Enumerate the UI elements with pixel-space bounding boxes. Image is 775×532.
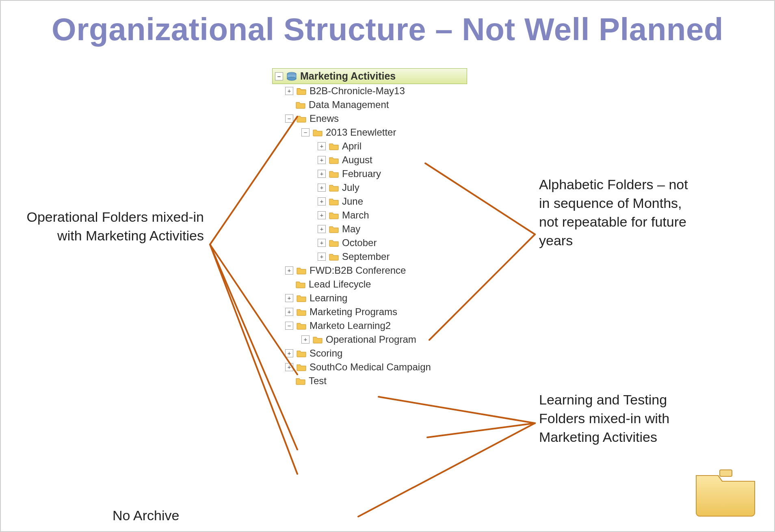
expand-icon[interactable]: +	[301, 335, 310, 344]
folder-icon	[296, 280, 305, 288]
expand-icon[interactable]: +	[318, 225, 326, 233]
annotation-alphabetic-folders: Alphabetic Folders – not in sequence of …	[539, 175, 701, 250]
tree-item-fwdb2b[interactable]: +FWD:B2B Conference	[272, 264, 467, 277]
expand-icon[interactable]: +	[318, 170, 326, 178]
tree-item-enews[interactable]: −Enews	[272, 112, 467, 125]
annotation-learning-testing: Learning and Testing Folders mixed-in wi…	[539, 391, 701, 447]
tree-item-scoring[interactable]: +Scoring	[272, 346, 467, 360]
tree-item-southco[interactable]: +SouthCo Medical Campaign	[272, 360, 467, 374]
annotation-operational-folders: Operational Folders mixed-in with Market…	[25, 208, 204, 245]
collapse-icon[interactable]: −	[275, 72, 283, 80]
tree-item-october[interactable]: +October	[272, 236, 467, 250]
tree-item-label: August	[342, 154, 372, 166]
root-label: Marketing Activities	[300, 70, 396, 82]
spacer-icon	[285, 377, 292, 385]
tree-item-label: October	[342, 237, 377, 249]
folder-icon	[329, 197, 339, 205]
large-folder-icon	[693, 464, 758, 519]
folder-icon	[329, 184, 339, 192]
folder-icon	[297, 266, 306, 275]
tree-item-b2b[interactable]: +B2B-Chronicle-May13	[272, 84, 467, 98]
spacer-icon	[285, 281, 292, 288]
expand-icon[interactable]: +	[285, 294, 293, 302]
collapse-icon[interactable]: −	[301, 128, 310, 136]
slide-title: Organizational Structure – Not Well Plan…	[21, 11, 754, 48]
database-icon	[286, 72, 297, 81]
tree-item-july[interactable]: +July	[272, 181, 467, 195]
tree-item-label: April	[342, 141, 362, 152]
folder-icon	[297, 115, 306, 123]
collapse-icon[interactable]: −	[285, 322, 293, 330]
tree-item-label: Lead Lifecycle	[309, 279, 371, 290]
tree-item-february[interactable]: +February	[272, 167, 467, 181]
svg-line-11	[358, 423, 535, 517]
tree-item-test[interactable]: Test	[272, 374, 467, 388]
tree-item-label: Learning	[310, 292, 347, 304]
folder-icon	[313, 128, 323, 136]
tree-item-label: B2B-Chronicle-May13	[310, 85, 405, 97]
tree-item-label: Operational Program	[326, 334, 416, 345]
tree-item-label: SouthCo Medical Campaign	[310, 361, 431, 373]
tree-item-march[interactable]: +March	[272, 208, 467, 222]
folder-icon	[296, 101, 305, 109]
folder-icon	[329, 253, 339, 261]
tree-item-opprogram[interactable]: +Operational Program	[272, 333, 467, 346]
tree-root[interactable]: − Marketing Activities	[272, 68, 467, 84]
tree-item-mktprog[interactable]: +Marketing Programs	[272, 305, 467, 319]
expand-icon[interactable]: +	[318, 211, 326, 219]
folder-icon	[296, 377, 305, 385]
expand-icon[interactable]: +	[285, 308, 293, 316]
folder-icon	[297, 308, 306, 316]
spacer-icon	[285, 101, 292, 108]
folder-icon	[297, 363, 306, 371]
expand-icon[interactable]: +	[318, 142, 326, 150]
tree-item-may[interactable]: +May	[272, 222, 467, 236]
expand-icon[interactable]: +	[318, 253, 326, 261]
tree-item-september[interactable]: +September	[272, 250, 467, 264]
tree-item-label: 2013 Enewletter	[326, 127, 396, 138]
expand-icon[interactable]: +	[285, 266, 293, 275]
tree-item-label: February	[342, 168, 381, 179]
collapse-icon[interactable]: −	[285, 115, 293, 123]
expand-icon[interactable]: +	[318, 239, 326, 247]
expand-icon[interactable]: +	[318, 156, 326, 164]
tree-item-label: July	[342, 182, 359, 193]
slide: Organizational Structure – Not Well Plan…	[0, 0, 775, 532]
folder-icon	[329, 239, 339, 247]
tree-item-label: FWD:B2B Conference	[310, 265, 406, 276]
folder-icon	[297, 349, 306, 357]
tree-item-enews2013[interactable]: −2013 Enewletter	[272, 125, 467, 139]
folder-icon	[329, 225, 339, 233]
tree-item-leadlife[interactable]: Lead Lifecycle	[272, 277, 467, 291]
tree-item-august[interactable]: +August	[272, 153, 467, 167]
svg-rect-12	[720, 470, 732, 476]
tree-item-label: Enews	[310, 113, 339, 124]
tree-item-datamgmt[interactable]: Data Management	[272, 98, 467, 112]
svg-point-2	[287, 77, 296, 80]
tree-item-label: Test	[309, 375, 327, 387]
folder-icon	[297, 322, 306, 330]
svg-line-10	[427, 423, 535, 437]
folder-icon	[313, 335, 323, 344]
expand-icon[interactable]: +	[285, 349, 293, 357]
folder-icon	[329, 142, 339, 150]
svg-line-9	[379, 397, 535, 423]
tree-item-label: Marketing Programs	[310, 306, 397, 318]
folder-tree: − Marketing Activities +B2B-Chronicle-Ma…	[272, 68, 467, 388]
tree-item-label: Marketo Learning2	[310, 320, 391, 331]
folder-icon	[329, 211, 339, 219]
tree-item-april[interactable]: +April	[272, 139, 467, 153]
tree-item-learning[interactable]: +Learning	[272, 291, 467, 305]
expand-icon[interactable]: +	[285, 87, 293, 95]
tree-item-label: March	[342, 210, 369, 221]
folder-icon	[297, 294, 306, 302]
tree-item-label: September	[342, 251, 390, 262]
tree-item-label: May	[342, 223, 360, 235]
tree-item-label: June	[342, 196, 363, 207]
expand-icon[interactable]: +	[285, 363, 293, 371]
expand-icon[interactable]: +	[318, 184, 326, 192]
folder-icon	[329, 170, 339, 178]
tree-item-mktolearn2[interactable]: −Marketo Learning2	[272, 319, 467, 333]
tree-item-june[interactable]: +June	[272, 195, 467, 208]
expand-icon[interactable]: +	[318, 197, 326, 205]
